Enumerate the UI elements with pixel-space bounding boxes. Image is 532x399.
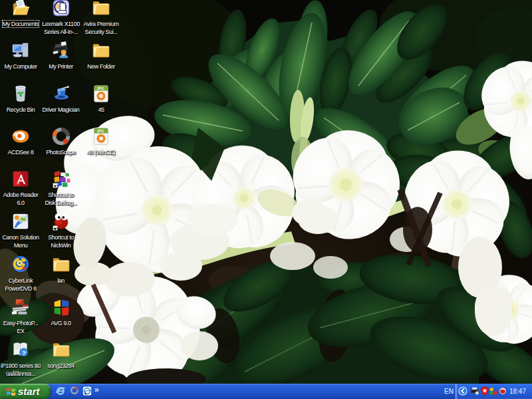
- svg-text:JPG: JPG: [96, 86, 104, 90]
- svg-text:?: ?: [22, 350, 25, 356]
- svg-text:JPG: JPG: [96, 129, 104, 133]
